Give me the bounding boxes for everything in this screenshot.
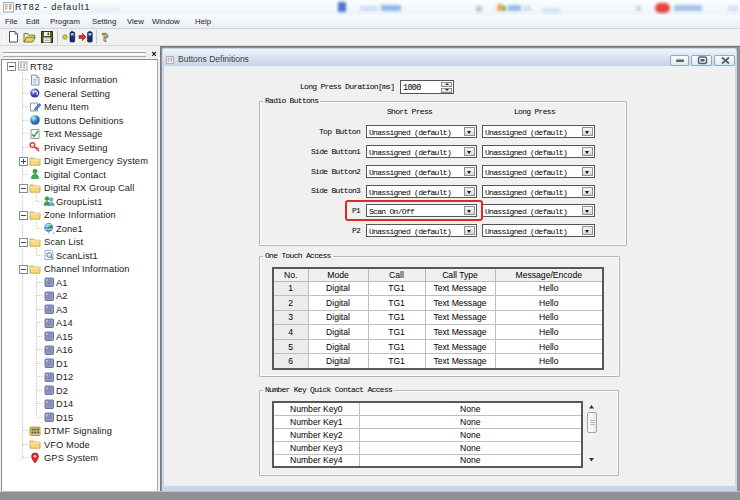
svg-text:?: ?: [102, 30, 109, 44]
